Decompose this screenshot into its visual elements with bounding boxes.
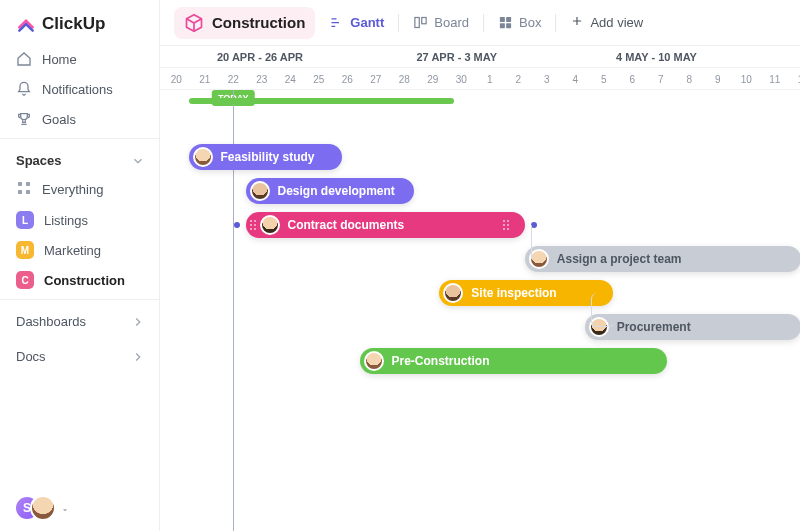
gantt-chart[interactable]: 20 APR - 26 APR27 APR - 3 MAY4 MAY - 10 … [160,46,800,531]
dependency-dot[interactable] [234,222,240,228]
assignee-avatar[interactable] [250,181,270,201]
gantt-week-row: 20 APR - 26 APR27 APR - 3 MAY4 MAY - 10 … [160,46,800,68]
drag-handle-icon[interactable] [250,220,258,230]
svg-rect-6 [500,17,505,22]
gantt-task-label: Assign a project team [557,252,682,266]
drag-handle-icon[interactable] [503,220,511,230]
view-tab-label: Board [434,15,469,30]
workspace-switcher[interactable]: S [0,485,159,531]
nav-dashboards[interactable]: Dashboards [0,304,159,339]
gantt-day-label: 4 [561,68,590,90]
svg-rect-2 [18,190,22,194]
space-label: Construction [44,273,125,288]
sidebar: ClickUp Home Notifications Goals Spaces … [0,0,160,531]
gantt-day-label: 30 [447,68,476,90]
gantt-day-label: 10 [732,68,761,90]
space-label: Marketing [44,243,101,258]
gantt-task[interactable]: Contract documents [246,212,525,238]
gantt-task[interactable]: Site inspection [439,280,613,306]
gantt-day-label: 29 [419,68,448,90]
nav-home[interactable]: Home [0,44,159,74]
svg-rect-5 [422,18,426,24]
nav-notifications-label: Notifications [42,82,113,97]
view-tab-board[interactable]: Board [413,15,469,30]
brand-name: ClickUp [42,14,105,34]
gantt-day-label: 25 [305,68,334,90]
nav-goals[interactable]: Goals [0,104,159,134]
view-tab-gantt[interactable]: Gantt [329,15,384,30]
gantt-day-label: 7 [647,68,676,90]
trophy-icon [16,111,32,127]
space-everything[interactable]: Everything [0,174,159,205]
gantt-day-label: 28 [390,68,419,90]
gantt-week-label: 4 MAY - 10 MAY [616,46,697,68]
svg-rect-9 [506,23,511,28]
space-chip[interactable]: Construction [174,7,315,39]
chevron-right-icon [131,315,145,329]
space-listings[interactable]: L Listings [0,205,159,235]
gantt-connector [591,293,616,327]
space-construction[interactable]: C Construction [0,265,159,295]
box-icon [498,15,513,30]
gantt-day-label: 3 [533,68,562,90]
gantt-day-label: 23 [248,68,277,90]
avatar [30,495,56,521]
gantt-task[interactable]: Procurement [585,314,800,340]
assignee-avatar[interactable] [529,249,549,269]
space-badge: L [16,211,34,229]
view-tab-box[interactable]: Box [498,15,541,30]
nav-dashboards-label: Dashboards [16,314,86,329]
nav-docs-label: Docs [16,349,46,364]
svg-rect-3 [26,190,30,194]
gantt-day-label: 9 [704,68,733,90]
nav-home-label: Home [42,52,77,67]
chevron-right-icon [131,350,145,364]
space-chip-label: Construction [212,14,305,31]
gantt-day-row: 2021222324252627282930123456789101112 [160,68,800,90]
svg-rect-8 [500,23,505,28]
space-badge: M [16,241,34,259]
gantt-connector [531,225,532,259]
topbar: Construction Gantt Board Box Add view [160,0,800,46]
add-view-button[interactable]: Add view [570,14,643,31]
svg-rect-4 [415,18,419,28]
board-icon [413,15,428,30]
assignee-avatar[interactable] [260,215,280,235]
gantt-body[interactable]: TODAYFeasibility studyDesign development… [160,90,800,531]
space-everything-label: Everything [42,182,103,197]
nav-notifications[interactable]: Notifications [0,74,159,104]
space-label: Listings [44,213,88,228]
gantt-task[interactable]: Design development [246,178,414,204]
gantt-task-label: Design development [278,184,395,198]
view-tab-label: Box [519,15,541,30]
space-marketing[interactable]: M Marketing [0,235,159,265]
svg-rect-0 [18,182,22,186]
gantt-task-label: Site inspection [471,286,556,300]
assignee-avatar[interactable] [193,147,213,167]
assignee-avatar[interactable] [443,283,463,303]
gantt-task[interactable]: Assign a project team [525,246,800,272]
brand[interactable]: ClickUp [0,0,159,44]
gantt-task-label: Procurement [617,320,691,334]
gantt-day-label: 6 [618,68,647,90]
spaces-header[interactable]: Spaces [0,143,159,174]
gantt-day-label: 20 [162,68,191,90]
gantt-day-label: 22 [219,68,248,90]
gantt-week-label: 20 APR - 26 APR [217,46,303,68]
svg-rect-7 [506,17,511,22]
gantt-task[interactable]: Feasibility study [189,144,343,170]
gantt-progress-bar [189,98,454,104]
gantt-day-label: 1 [476,68,505,90]
gantt-day-label: 26 [333,68,362,90]
gantt-day-label: 24 [276,68,305,90]
gantt-task-label: Feasibility study [221,150,315,164]
nav-docs[interactable]: Docs [0,339,159,374]
space-badge: C [16,271,34,289]
gantt-task-label: Contract documents [288,218,405,232]
grid-icon [16,180,32,199]
gantt-task[interactable]: Pre-Construction [360,348,668,374]
home-icon [16,51,32,67]
gantt-day-label: 2 [504,68,533,90]
assignee-avatar[interactable] [364,351,384,371]
add-view-label: Add view [590,15,643,30]
